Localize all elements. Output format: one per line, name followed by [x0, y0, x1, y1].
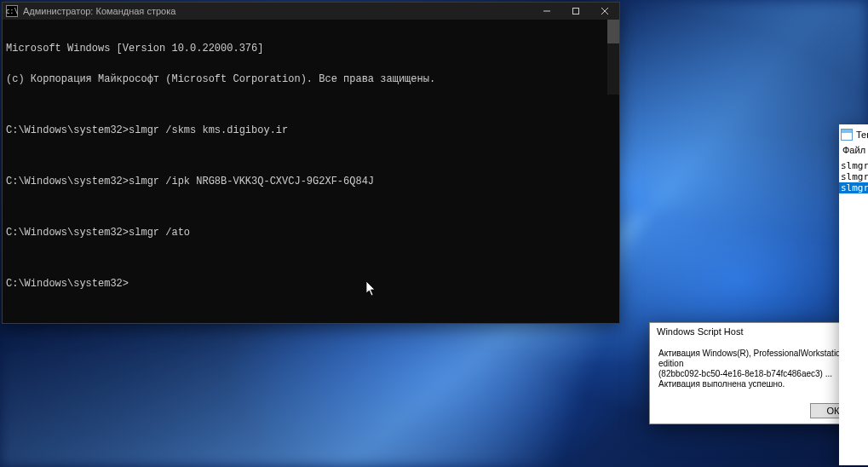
terminal-line: Microsoft Windows [Version 10.0.22000.37…: [6, 43, 616, 54]
terminal-titlebar[interactable]: c:\ Администратор: Командная строка: [3, 3, 619, 20]
dialog-line: Активация Windows(R), ProfessionalWorkst…: [658, 349, 856, 369]
window-controls: [532, 3, 619, 20]
scrollbar-thumb[interactable]: [607, 20, 619, 43]
close-button[interactable]: [590, 3, 619, 20]
dialog-titlebar[interactable]: Windows Script Host: [650, 323, 865, 340]
dialog-body: Активация Windows(R), ProfessionalWorkst…: [650, 340, 865, 398]
svg-rect-1: [573, 9, 579, 14]
dialog-footer: ОК: [650, 398, 865, 424]
notepad-window: Тек Файл slmgr slmgr slmgr: [839, 124, 868, 465]
notepad-line: slmgr: [839, 160, 868, 171]
dialog-line: (82bbc092-bc50-4e16-8e18-b74fc486aec3) .…: [658, 369, 856, 379]
script-host-dialog: Windows Script Host Активация Windows(R)…: [649, 322, 865, 424]
terminal-body[interactable]: Microsoft Windows [Version 10.0.22000.37…: [3, 20, 619, 323]
terminal-line: C:\Windows\system32>slmgr /skms kms.digi…: [6, 125, 616, 135]
notepad-body[interactable]: slmgr slmgr slmgr: [839, 160, 868, 193]
scrollbar-track[interactable]: [607, 20, 619, 95]
notepad-menu-file[interactable]: Файл: [839, 145, 868, 160]
notepad-icon: [841, 129, 853, 141]
maximize-button[interactable]: [561, 3, 590, 20]
terminal-window: c:\ Администратор: Командная строка Micr…: [2, 2, 620, 324]
notepad-line: slmgr: [839, 171, 868, 182]
notepad-title-text: Тек: [856, 130, 868, 140]
dialog-title-text: Windows Script Host: [657, 326, 844, 337]
terminal-line: C:\Windows\system32>slmgr /ato: [6, 228, 616, 238]
cmd-icon: c:\: [6, 5, 18, 17]
notepad-line-selected: slmgr: [839, 182, 868, 193]
terminal-title: Администратор: Командная строка: [23, 6, 532, 16]
terminal-line: C:\Windows\system32>slmgr /ipk NRG8B-VKK…: [6, 176, 616, 187]
terminal-line: C:\Windows\system32>: [6, 279, 616, 289]
notepad-titlebar[interactable]: Тек: [839, 124, 868, 145]
terminal-line: (c) Корпорация Майкрософт (Microsoft Cor…: [6, 74, 616, 84]
minimize-button[interactable]: [532, 3, 561, 20]
dialog-line: Активация выполнена успешно.: [658, 379, 856, 389]
